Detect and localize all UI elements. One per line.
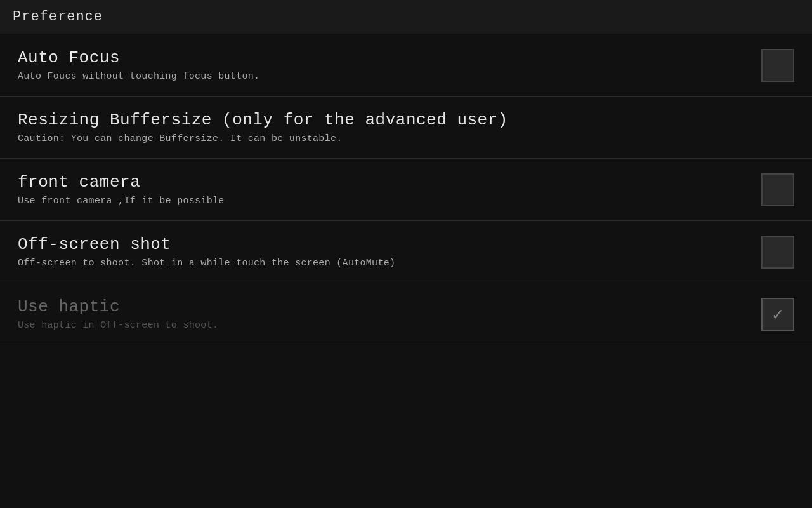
setting-item-use-haptic: Use hapticUse haptic in Off-screen to sh… [0,283,812,345]
no-checkbox-resizing-buffersize [761,111,794,144]
title-bar: Preference [0,0,812,34]
setting-content-off-screen-shot: Off-screen shotOff-screen to shoot. Shot… [18,235,761,269]
setting-title-auto-focus: Auto Focus [18,48,749,67]
setting-item-resizing-buffersize: Resizing Buffersize (only for the advanc… [0,97,812,159]
setting-content-resizing-buffersize: Resizing Buffersize (only for the advanc… [18,110,761,144]
setting-title-use-haptic: Use haptic [18,297,749,316]
setting-content-auto-focus: Auto FocusAuto Foucs without touching fo… [18,48,761,82]
checkbox-auto-focus[interactable] [761,49,794,82]
checkbox-front-camera[interactable] [761,173,794,206]
setting-item-front-camera: front cameraUse front camera ,If it be p… [0,159,812,221]
setting-desc-off-screen-shot: Off-screen to shoot. Shot in a while tou… [18,258,749,269]
setting-content-use-haptic: Use hapticUse haptic in Off-screen to sh… [18,297,761,331]
setting-desc-front-camera: Use front camera ,If it be possible [18,196,749,206]
setting-desc-auto-focus: Auto Foucs without touching focus button… [18,71,749,82]
setting-title-resizing-buffersize: Resizing Buffersize (only for the advanc… [18,110,749,130]
setting-item-auto-focus: Auto FocusAuto Foucs without touching fo… [0,34,812,97]
setting-desc-resizing-buffersize: Caution: You can change Buffersize. It c… [18,133,749,144]
setting-item-off-screen-shot: Off-screen shotOff-screen to shoot. Shot… [0,221,812,283]
checkbox-off-screen-shot[interactable] [761,236,794,269]
checkbox-use-haptic[interactable] [761,298,794,331]
setting-desc-use-haptic: Use haptic in Off-screen to shoot. [18,320,749,331]
page-title: Preference [13,9,799,25]
setting-content-front-camera: front cameraUse front camera ,If it be p… [18,173,761,206]
settings-list: Auto FocusAuto Foucs without touching fo… [0,34,812,345]
setting-title-off-screen-shot: Off-screen shot [18,235,749,254]
setting-title-front-camera: front camera [18,173,749,192]
